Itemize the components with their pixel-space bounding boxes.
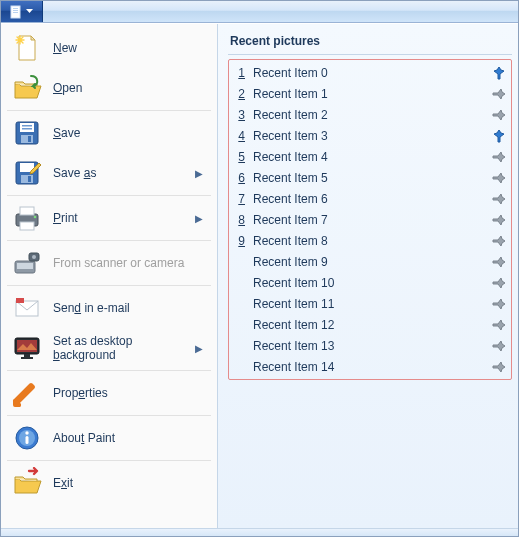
- svg-rect-24: [16, 298, 24, 303]
- menu-separator: [7, 285, 211, 286]
- svg-rect-2: [13, 10, 18, 11]
- recent-item[interactable]: 7Recent Item 6: [231, 188, 509, 209]
- recent-item[interactable]: 1Recent Item 0: [231, 62, 509, 83]
- recent-item-number: 1: [233, 66, 245, 80]
- submenu-arrow-icon: ▶: [195, 168, 207, 179]
- recent-item-number: 7: [233, 192, 245, 206]
- pin-button[interactable]: [491, 191, 507, 207]
- recent-item[interactable]: 9Recent Item 8: [231, 230, 509, 251]
- menu-footer: [1, 528, 518, 536]
- pin-button[interactable]: [491, 254, 507, 270]
- menu-item-label: Print: [53, 211, 185, 225]
- menu-item-open[interactable]: Open: [5, 68, 213, 108]
- print-icon: [11, 202, 43, 234]
- menu-item-wallpaper[interactable]: Set as desktop background▶: [5, 328, 213, 368]
- pin-unpinned-icon: [492, 297, 506, 311]
- recent-item-label: Recent Item 6: [253, 192, 483, 206]
- app-menu-button[interactable]: [1, 1, 43, 22]
- pin-button[interactable]: [491, 170, 507, 186]
- pin-button[interactable]: [491, 65, 507, 81]
- app-menu-popup: NewOpenSaveSave as▶Print▶From scanner or…: [0, 0, 519, 537]
- pin-unpinned-icon: [492, 87, 506, 101]
- recent-item[interactable]: 6Recent Item 5: [231, 167, 509, 188]
- pin-unpinned-icon: [492, 192, 506, 206]
- svg-rect-26: [17, 340, 37, 352]
- recent-item[interactable]: 8Recent Item 7: [231, 209, 509, 230]
- chevron-down-icon: [26, 9, 33, 14]
- wallpaper-icon: [11, 332, 43, 364]
- svg-rect-9: [21, 135, 33, 143]
- recent-item-label: Recent Item 12: [253, 318, 483, 332]
- recent-item-label: Recent Item 10: [253, 276, 483, 290]
- pin-button[interactable]: [491, 275, 507, 291]
- menu-separator: [7, 240, 211, 241]
- recent-item[interactable]: Recent Item 10: [231, 272, 509, 293]
- recent-item[interactable]: 5Recent Item 4: [231, 146, 509, 167]
- pin-button[interactable]: [491, 212, 507, 228]
- scanner-icon: [11, 247, 43, 279]
- menu-item-saveas[interactable]: Save as▶: [5, 153, 213, 193]
- menu-item-email[interactable]: Send in e-mail: [5, 288, 213, 328]
- svg-rect-14: [28, 176, 31, 182]
- recent-item-label: Recent Item 14: [253, 360, 483, 374]
- recent-item[interactable]: 4Recent Item 3: [231, 125, 509, 146]
- pin-button[interactable]: [491, 149, 507, 165]
- recent-item-number: 2: [233, 87, 245, 101]
- pin-unpinned-icon: [492, 276, 506, 290]
- menu-item-save[interactable]: Save: [5, 113, 213, 153]
- recent-item[interactable]: 2Recent Item 1: [231, 83, 509, 104]
- pin-unpinned-icon: [492, 108, 506, 122]
- pin-button[interactable]: [491, 317, 507, 333]
- pin-button[interactable]: [491, 359, 507, 375]
- menu-item-print[interactable]: Print▶: [5, 198, 213, 238]
- menu-item-label: About Paint: [53, 431, 207, 445]
- new-icon: [11, 32, 43, 64]
- recent-item-label: Recent Item 7: [253, 213, 483, 227]
- svg-rect-10: [28, 136, 31, 142]
- recent-item-label: Recent Item 0: [253, 66, 483, 80]
- open-icon-wrap: [11, 72, 43, 104]
- menu-item-about[interactable]: About Paint: [5, 418, 213, 458]
- svg-rect-17: [20, 222, 34, 230]
- properties-icon-wrap: [11, 377, 43, 409]
- recent-item[interactable]: Recent Item 12: [231, 314, 509, 335]
- svg-point-18: [34, 216, 37, 219]
- svg-rect-28: [21, 357, 33, 359]
- recent-list: 1Recent Item 02Recent Item 13Recent Item…: [228, 59, 512, 380]
- svg-rect-3: [13, 12, 18, 13]
- recent-header: Recent pictures: [228, 30, 512, 55]
- menu-separator: [7, 460, 211, 461]
- recent-item-number: 6: [233, 171, 245, 185]
- menu-item-label: New: [53, 41, 207, 55]
- recent-item[interactable]: Recent Item 9: [231, 251, 509, 272]
- scanner-icon-wrap: [11, 247, 43, 279]
- menu-item-scanner: From scanner or camera: [5, 243, 213, 283]
- recent-item[interactable]: 3Recent Item 2: [231, 104, 509, 125]
- recent-item[interactable]: Recent Item 14: [231, 356, 509, 377]
- menu-item-label: Save: [53, 126, 207, 140]
- recent-item-number: 5: [233, 150, 245, 164]
- recent-item[interactable]: Recent Item 11: [231, 293, 509, 314]
- pin-unpinned-icon: [492, 171, 506, 185]
- exit-icon: [11, 467, 43, 499]
- pin-button[interactable]: [491, 338, 507, 354]
- left-menu: NewOpenSaveSave as▶Print▶From scanner or…: [1, 24, 218, 528]
- save-icon-wrap: [11, 117, 43, 149]
- email-icon-wrap: [11, 292, 43, 324]
- pin-button[interactable]: [491, 107, 507, 123]
- menu-item-properties[interactable]: Properties: [5, 373, 213, 413]
- recent-item[interactable]: Recent Item 13: [231, 335, 509, 356]
- menu-item-new[interactable]: New: [5, 28, 213, 68]
- submenu-arrow-icon: ▶: [195, 213, 207, 224]
- svg-rect-20: [17, 263, 33, 269]
- pin-button[interactable]: [491, 128, 507, 144]
- about-icon-wrap: [11, 422, 43, 454]
- recent-item-label: Recent Item 13: [253, 339, 483, 353]
- pin-button[interactable]: [491, 296, 507, 312]
- pin-button[interactable]: [491, 233, 507, 249]
- submenu-arrow-icon: ▶: [195, 343, 207, 354]
- pin-button[interactable]: [491, 86, 507, 102]
- saveas-icon-wrap: [11, 157, 43, 189]
- menu-item-exit[interactable]: Exit: [5, 463, 213, 503]
- recent-item-label: Recent Item 8: [253, 234, 483, 248]
